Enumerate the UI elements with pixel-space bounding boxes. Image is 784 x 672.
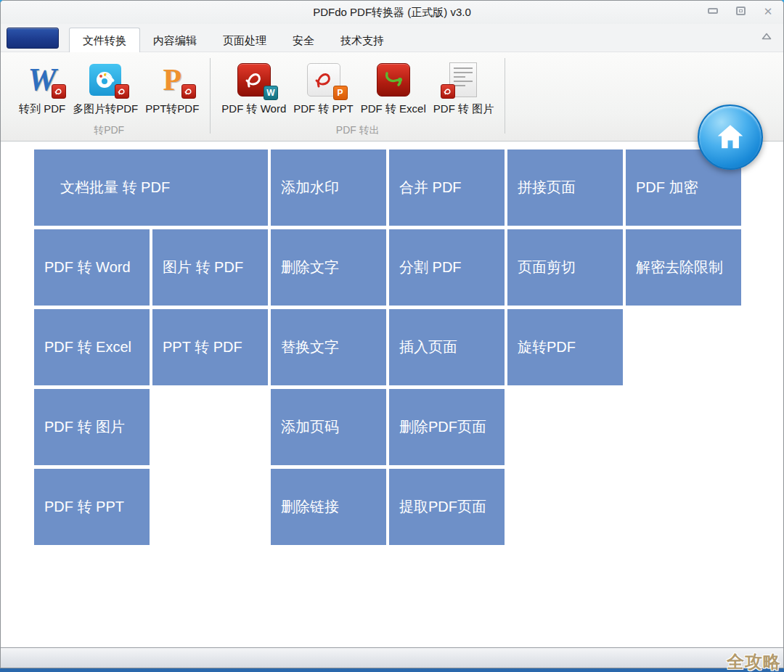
tab-security[interactable]: 安全 <box>279 29 327 52</box>
ribbon-item-pdf-to-image[interactable]: PDF 转 图片 <box>430 57 497 118</box>
window-title: PDFdo PDF转换器 (正式版) v3.0 <box>313 6 471 20</box>
tile-pdf-to-image[interactable]: PDF 转 图片 <box>34 389 150 465</box>
pdf-badge-icon <box>52 84 66 99</box>
minimize-button[interactable] <box>706 5 719 17</box>
tile-split-pdf[interactable]: 分割 PDF <box>389 229 505 306</box>
ribbon-item-label: 多图片转PDF <box>73 102 138 116</box>
ribbon-item-pdf-to-excel[interactable]: PDF 转 Excel <box>357 57 430 118</box>
tile-image-to-pdf[interactable]: 图片 转 PDF <box>152 229 268 306</box>
ribbon-divider <box>210 58 211 134</box>
tab-page-process[interactable]: 页面处理 <box>210 29 279 52</box>
tile-crop-pages[interactable]: 页面剪切 <box>507 229 623 306</box>
tile-delete-links[interactable]: 删除链接 <box>271 469 386 545</box>
ribbon: W 转到 PDF <box>1 52 783 142</box>
ribbon-group-pdf-export: W PDF 转 Word P PDF 转 PPT <box>213 54 502 141</box>
status-bar <box>1 647 783 668</box>
ribbon-group-label: 转PDF <box>15 122 203 141</box>
main-content: 文档批量 转 PDF 添加水印 合并 PDF 拼接页面 PDF 加密 PDF 转… <box>1 142 783 647</box>
tile-merge-pdf[interactable]: 合并 PDF <box>389 149 505 226</box>
close-button[interactable]: ✕ <box>761 5 775 17</box>
tile-remove-restrictions[interactable]: 解密去除限制 <box>626 229 741 306</box>
ribbon-collapse-button[interactable] <box>760 31 773 41</box>
ribbon-group-label: PDF 转出 <box>218 122 497 141</box>
ribbon-item-pdf-to-ppt[interactable]: P PDF 转 PPT <box>290 57 357 118</box>
pdf-badge-icon <box>115 84 129 99</box>
tile-replace-text[interactable]: 替换文字 <box>271 309 386 385</box>
home-button[interactable] <box>698 105 763 170</box>
tab-tech-support[interactable]: 技术支持 <box>327 29 397 52</box>
watermark-text: 全攻略 <box>727 650 781 672</box>
word-badge-icon: W <box>264 86 278 100</box>
ribbon-item-ppt-to-pdf[interactable]: P PPT转PDF <box>142 57 203 118</box>
ribbon-item-label: PDF 转 Excel <box>361 102 426 116</box>
pdf-badge-icon <box>181 84 196 99</box>
ribbon-item-pdf-to-word[interactable]: W PDF 转 Word <box>218 57 290 118</box>
tile-pdf-to-ppt[interactable]: PDF 转 PPT <box>34 469 150 545</box>
window-controls: ✕ <box>706 5 775 17</box>
tile-rotate-pdf[interactable]: 旋转PDF <box>507 309 623 385</box>
app-window: PDFdo PDF转换器 (正式版) v3.0 ✕ 文件转换 内容编辑 页面处理… <box>0 0 784 668</box>
title-bar: PDFdo PDF转换器 (正式版) v3.0 ✕ <box>1 1 783 24</box>
function-grid: 文档批量 转 PDF 添加水印 合并 PDF 拼接页面 PDF 加密 PDF 转… <box>34 149 741 545</box>
ribbon-item-images-to-pdf[interactable]: 多图片转PDF <box>69 57 142 118</box>
chevron-up-icon <box>761 32 772 41</box>
tile-stitch-pages[interactable]: 拼接页面 <box>507 149 623 226</box>
tile-insert-pages[interactable]: 插入页面 <box>389 309 505 385</box>
ppt-to-pdf-icon: P <box>163 65 181 95</box>
tab-file-convert[interactable]: 文件转换 <box>69 28 140 52</box>
ribbon-tab-bar: 文件转换 内容编辑 页面处理 安全 技术支持 <box>1 24 783 52</box>
pdf-badge-icon <box>441 84 455 99</box>
tile-delete-text[interactable]: 删除文字 <box>271 229 386 306</box>
tile-extract-pdf-pages[interactable]: 提取PDF页面 <box>389 469 505 545</box>
tile-pdf-to-word[interactable]: PDF 转 Word <box>34 229 150 306</box>
maximize-button[interactable] <box>734 5 747 17</box>
home-icon <box>714 120 747 154</box>
ribbon-item-label: PPT转PDF <box>145 102 199 116</box>
tile-add-page-numbers[interactable]: 添加页码 <box>271 389 386 465</box>
ribbon-item-label: PDF 转 图片 <box>433 102 494 116</box>
minimize-icon <box>708 8 718 14</box>
tab-content-edit[interactable]: 内容编辑 <box>140 29 210 52</box>
close-icon: ✕ <box>764 6 773 17</box>
tile-batch-to-pdf[interactable]: 文档批量 转 PDF <box>34 149 268 226</box>
tile-delete-pdf-pages[interactable]: 删除PDF页面 <box>389 389 505 465</box>
ribbon-divider <box>505 58 505 134</box>
tile-pdf-to-excel[interactable]: PDF 转 Excel <box>34 309 150 385</box>
tile-add-watermark[interactable]: 添加水印 <box>271 149 386 226</box>
tile-ppt-to-pdf[interactable]: PPT 转 PDF <box>152 309 268 385</box>
ribbon-item-label: 转到 PDF <box>19 102 65 116</box>
ribbon-item-label: PDF 转 PPT <box>293 102 354 116</box>
maximize-icon <box>736 7 746 15</box>
ppt-badge-icon: P <box>333 86 348 100</box>
pdf-to-excel-icon <box>377 63 410 97</box>
ribbon-item-label: PDF 转 Word <box>221 102 286 116</box>
file-menu-button[interactable] <box>7 28 59 49</box>
ribbon-group-to-pdf: W 转到 PDF <box>11 54 207 141</box>
ribbon-item-to-pdf[interactable]: W 转到 PDF <box>15 57 69 118</box>
